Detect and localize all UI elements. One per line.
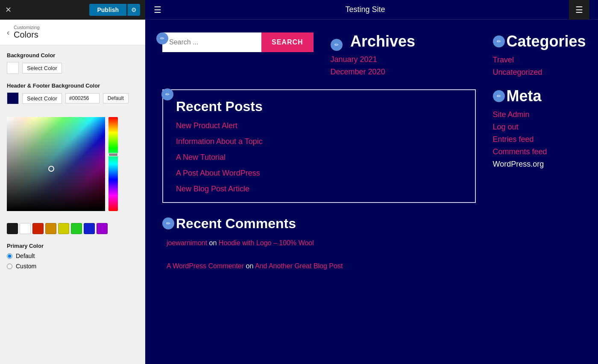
- recent-posts-edit-pencil[interactable]: ✏: [161, 88, 173, 100]
- swatch-white[interactable]: [20, 223, 31, 234]
- post-link-4[interactable]: New Blog Post Article: [176, 185, 466, 194]
- comment-entry-0: joewarnimont on Hoodie with Logo – 100% …: [167, 238, 476, 248]
- archives-widget: ✏ Archives January 2021 December 2020: [331, 32, 476, 76]
- breadcrumb-text: Customizing Colors: [14, 25, 40, 40]
- main-content: ✏ SEARCH ✏ Archives January 2021 Decembe…: [162, 32, 476, 351]
- meta-links: Site Admin Log out Entries feed Comments…: [493, 110, 598, 169]
- bg-color-section: Background Color Select Color: [7, 52, 138, 74]
- breadcrumb-title: Colors: [14, 30, 40, 40]
- comment-on-1: on: [246, 262, 255, 270]
- hue-thumb: [108, 153, 118, 156]
- bg-select-color-button[interactable]: Select Color: [22, 63, 62, 73]
- sidebar: ✏ Categories Travel Uncategorized ✏ Meta…: [476, 32, 598, 351]
- header-footer-select-button[interactable]: Select Color: [22, 93, 62, 104]
- post-link-2[interactable]: A New Tutorial: [176, 153, 466, 162]
- category-link-1[interactable]: Uncategorized: [493, 68, 598, 77]
- swatch-green[interactable]: [71, 223, 82, 234]
- recent-posts-outline: ✏ Recent Posts New Product Alert Informa…: [162, 89, 476, 203]
- meta-title: Meta: [507, 87, 542, 105]
- bg-color-label: Background Color: [7, 52, 138, 59]
- comment-post-1[interactable]: And Another Great Blog Post: [255, 262, 343, 270]
- primary-color-radio-group: Default Custom: [7, 252, 138, 270]
- back-button[interactable]: ‹: [7, 29, 9, 36]
- primary-color-custom-option[interactable]: Custom: [7, 263, 138, 270]
- category-link-0[interactable]: Travel: [493, 56, 598, 65]
- color-swatches-row: [7, 223, 138, 234]
- primary-color-section: Primary Color Default Custom: [7, 243, 138, 270]
- recent-comments-title: Recent Comments: [176, 216, 296, 232]
- primary-color-default-radio[interactable]: [7, 253, 12, 259]
- color-picker[interactable]: [7, 117, 138, 211]
- categories-title: Categories: [507, 32, 586, 50]
- meta-widget: ✏ Meta Site Admin Log out Entries feed C…: [493, 87, 598, 169]
- comment-post-0[interactable]: Hoodie with Logo – 100% Wool: [219, 239, 314, 247]
- recent-comments-widget: ✏ Recent Comments joewarnimont on Hoodie…: [162, 216, 476, 278]
- archive-link-dec2020[interactable]: December 2020: [331, 68, 476, 76]
- meta-edit-pencil[interactable]: ✏: [493, 90, 505, 102]
- menu-icon-right[interactable]: ☰: [569, 0, 589, 20]
- recent-posts-links: New Product Alert Information About a To…: [172, 121, 466, 194]
- top-widgets-row: ✏ SEARCH ✏ Archives January 2021 Decembe…: [162, 32, 476, 76]
- meta-link-0[interactable]: Site Admin: [493, 110, 598, 119]
- recent-comments-list: joewarnimont on Hoodie with Logo – 100% …: [162, 238, 476, 278]
- categories-widget: ✏ Categories Travel Uncategorized: [493, 32, 598, 77]
- swatch-yellow[interactable]: [58, 223, 69, 234]
- site-header: ☰ Testing Site ☰: [145, 0, 598, 20]
- breadcrumb-parent: Customizing: [14, 25, 40, 30]
- meta-link-3[interactable]: Comments feed: [493, 147, 598, 156]
- gradient-black-overlay: [7, 117, 105, 211]
- primary-color-label: Primary Color: [7, 243, 138, 249]
- publish-gear-button[interactable]: ⚙: [127, 4, 140, 16]
- search-widget: ✏ SEARCH: [162, 32, 314, 52]
- bg-color-swatch[interactable]: [7, 62, 19, 74]
- meta-link-2[interactable]: Entries feed: [493, 135, 598, 144]
- post-link-3[interactable]: A Post About WordPress: [176, 169, 466, 178]
- post-link-0[interactable]: New Product Alert: [176, 121, 466, 130]
- primary-color-custom-radio[interactable]: [7, 264, 12, 269]
- color-gradient-area[interactable]: [7, 117, 105, 211]
- comment-entry-1: A WordPress Commenter on And Another Gre…: [167, 261, 476, 271]
- swatch-red[interactable]: [32, 223, 44, 234]
- recent-posts-widget: ✏ Recent Posts New Product Alert Informa…: [162, 89, 476, 203]
- hue-slider[interactable]: [108, 117, 118, 211]
- search-edit-pencil[interactable]: ✏: [156, 32, 168, 44]
- bg-color-row: Select Color: [7, 62, 138, 74]
- post-link-1[interactable]: Information About a Topic: [176, 137, 466, 146]
- default-color-button[interactable]: Default: [103, 93, 129, 103]
- header-footer-swatch[interactable]: [7, 92, 19, 104]
- close-button[interactable]: ✕: [5, 5, 12, 15]
- archives-edit-pencil[interactable]: ✏: [331, 39, 343, 51]
- archive-link-jan2021[interactable]: January 2021: [331, 55, 476, 64]
- search-col: ✏ SEARCH: [162, 32, 314, 52]
- panel-content: Background Color Select Color Header & F…: [0, 45, 145, 276]
- site-preview: ☰ Testing Site ☰ ✏ SEARCH ✏: [145, 0, 598, 364]
- meta-link-1[interactable]: Log out: [493, 123, 598, 132]
- meta-link-4[interactable]: WordPress.org: [493, 160, 598, 169]
- breadcrumb: ‹ Customizing Colors: [0, 20, 145, 45]
- hex-color-input[interactable]: [65, 93, 100, 103]
- search-input[interactable]: [162, 32, 261, 52]
- swatch-blue[interactable]: [84, 223, 95, 234]
- customizer-top-bar: ✕ Publish ⚙: [0, 0, 145, 20]
- categories-edit-pencil[interactable]: ✏: [493, 35, 505, 47]
- recent-posts-title: Recent Posts: [172, 99, 466, 114]
- header-footer-color-row: Select Color Default: [7, 92, 138, 104]
- hamburger-icon[interactable]: ☰: [154, 5, 161, 15]
- publish-button[interactable]: Publish: [89, 4, 126, 16]
- site-content: ✏ SEARCH ✏ Archives January 2021 Decembe…: [145, 20, 598, 364]
- archives-title: Archives: [346, 32, 415, 50]
- swatch-black[interactable]: [7, 223, 18, 234]
- header-footer-color-section: Header & Footer Background Color Select …: [7, 82, 138, 104]
- swatch-orange[interactable]: [45, 223, 56, 234]
- header-footer-color-label: Header & Footer Background Color: [7, 82, 138, 89]
- comment-author-1[interactable]: A WordPress Commenter: [167, 262, 244, 270]
- categories-links: Travel Uncategorized: [493, 56, 598, 77]
- comment-author-0[interactable]: joewarnimont: [167, 239, 207, 247]
- publish-group: Publish ⚙: [89, 4, 140, 16]
- search-button[interactable]: SEARCH: [261, 32, 314, 52]
- comment-on-0: on: [209, 239, 219, 247]
- swatch-purple[interactable]: [97, 223, 108, 234]
- customizer-panel: ✕ Publish ⚙ ‹ Customizing Colors Backgro…: [0, 0, 145, 364]
- primary-color-default-option[interactable]: Default: [7, 252, 138, 259]
- recent-comments-edit-pencil[interactable]: ✏: [162, 217, 174, 229]
